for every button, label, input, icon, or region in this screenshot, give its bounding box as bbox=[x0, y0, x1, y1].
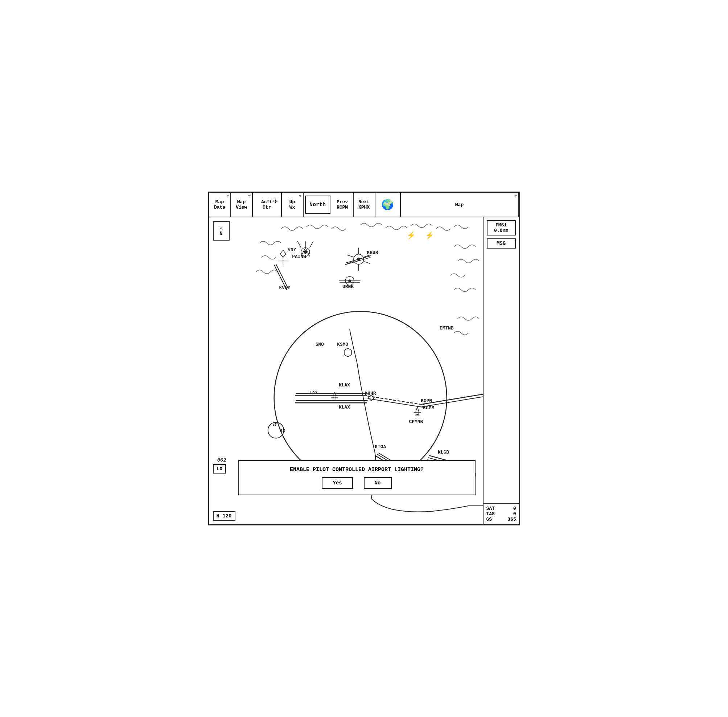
svg-point-6 bbox=[304, 251, 306, 254]
klgb-label: KLGB bbox=[437, 450, 449, 455]
svg-line-8 bbox=[297, 241, 301, 248]
svg-marker-28 bbox=[344, 348, 352, 357]
next-kphx-button[interactable]: Next KPHX bbox=[354, 193, 375, 217]
next-label: Next bbox=[358, 199, 370, 204]
right-panel: FMS1 0.0nm MSG bbox=[483, 217, 519, 524]
svg-text:10: 10 bbox=[280, 428, 285, 433]
yes-button[interactable]: Yes bbox=[322, 477, 353, 489]
map-button[interactable]: Map ▽ bbox=[401, 193, 519, 217]
svg-line-15 bbox=[347, 255, 353, 257]
svg-line-20 bbox=[346, 256, 371, 263]
msg-box[interactable]: MSG bbox=[487, 238, 516, 249]
ktoa-label: KTOA bbox=[375, 444, 386, 450]
kopm-label: KOPM bbox=[421, 398, 432, 403]
svg-line-18 bbox=[364, 261, 370, 264]
klax-bot-label: KLAX bbox=[339, 404, 350, 410]
avionics-screen: Map Data ▽ Map View ▽ Acft Ctr ✈ Up Wx ▽… bbox=[208, 192, 520, 525]
svg-text:⚡: ⚡ bbox=[425, 231, 434, 240]
kbur-label: KBUR bbox=[367, 250, 378, 255]
toolbar: Map Data ▽ Map View ▽ Acft Ctr ✈ Up Wx ▽… bbox=[209, 193, 519, 217]
smo-label: SMO bbox=[315, 342, 324, 347]
dialog-602-label: 602 bbox=[217, 457, 226, 463]
svg-marker-41 bbox=[416, 407, 419, 415]
up-wx-arrow: ▽ bbox=[299, 194, 301, 198]
svg-marker-2 bbox=[280, 250, 286, 258]
north-button[interactable]: North bbox=[305, 195, 330, 214]
map-view-label: Map bbox=[237, 199, 245, 204]
map-area: △ N LX H 120 bbox=[209, 217, 483, 524]
gs-value: 365 bbox=[507, 517, 516, 522]
emtnb-label: EMTNB bbox=[439, 325, 454, 331]
map-arrow: ▽ bbox=[514, 194, 516, 198]
stats-box: SAT 0 TAS 0 GS 365 bbox=[483, 503, 519, 524]
no-button[interactable]: No bbox=[364, 477, 392, 489]
dialog-message: ENABLE PILOT CONTROLLED AIRPORT LIGHTING… bbox=[290, 467, 424, 473]
up-wx-label: Wx bbox=[289, 204, 295, 210]
svg-text:↺: ↺ bbox=[272, 423, 276, 428]
svg-line-37 bbox=[367, 396, 425, 405]
cpmnb-label: CPMNB bbox=[409, 419, 423, 424]
map-view-label2: View bbox=[236, 204, 247, 210]
map-view-button[interactable]: Map View ▽ bbox=[231, 193, 253, 217]
lax-label: LAX bbox=[309, 390, 317, 395]
gs-label: GS bbox=[486, 517, 492, 522]
acft-label2: Ctr bbox=[263, 204, 271, 210]
globe-button[interactable]: 🌍 bbox=[375, 193, 401, 217]
ksmo-label: KSMO bbox=[337, 342, 348, 347]
dialog-box: 602 ENABLE PILOT CONTROLLED AIRPORT LIGH… bbox=[238, 460, 475, 495]
painb-label: PAINB bbox=[292, 254, 306, 259]
svg-text:⚡: ⚡ bbox=[406, 231, 415, 240]
sat-label: SAT bbox=[486, 506, 495, 511]
fms-line2: 0.0nm bbox=[490, 228, 512, 233]
sat-value: 0 bbox=[513, 506, 516, 511]
acft-label: Acft bbox=[261, 199, 273, 204]
klax-top-label: KLAX bbox=[339, 383, 350, 388]
globe-icon: 🌍 bbox=[381, 198, 394, 211]
map-data-arrow: ▽ bbox=[226, 194, 228, 198]
kcpm-label: KCPM bbox=[423, 405, 434, 411]
map-data-label2: Data bbox=[214, 204, 225, 210]
prev-kcpm-label: KCPM bbox=[337, 204, 348, 210]
svg-line-9 bbox=[309, 241, 313, 248]
fms-line1: FMS1 bbox=[490, 223, 512, 228]
airplane-icon: ✈ bbox=[273, 196, 278, 206]
up-wx-button[interactable]: Up Wx ▽ bbox=[282, 193, 304, 217]
fms-box: FMS1 0.0nm bbox=[487, 220, 516, 235]
tas-value: 0 bbox=[513, 511, 516, 517]
dialog-buttons: Yes No bbox=[322, 477, 391, 489]
tas-label: TAS bbox=[486, 511, 495, 517]
prev-kcpm-button[interactable]: Prev KCPM bbox=[332, 193, 354, 217]
map-view-arrow: ▽ bbox=[248, 194, 250, 198]
vny-label: VNY bbox=[288, 247, 296, 253]
next-kphx-label: KPHX bbox=[358, 204, 370, 210]
up-label: Up bbox=[289, 199, 295, 204]
north-label: North bbox=[309, 202, 326, 208]
map-data-button[interactable]: Map Data ▽ bbox=[209, 193, 231, 217]
map-data-label: Map bbox=[215, 199, 224, 204]
map-label: Map bbox=[455, 202, 464, 207]
acft-ctr-button[interactable]: Acft Ctr ✈ bbox=[253, 193, 282, 217]
svg-line-38 bbox=[367, 398, 425, 407]
prev-label: Prev bbox=[337, 199, 348, 204]
